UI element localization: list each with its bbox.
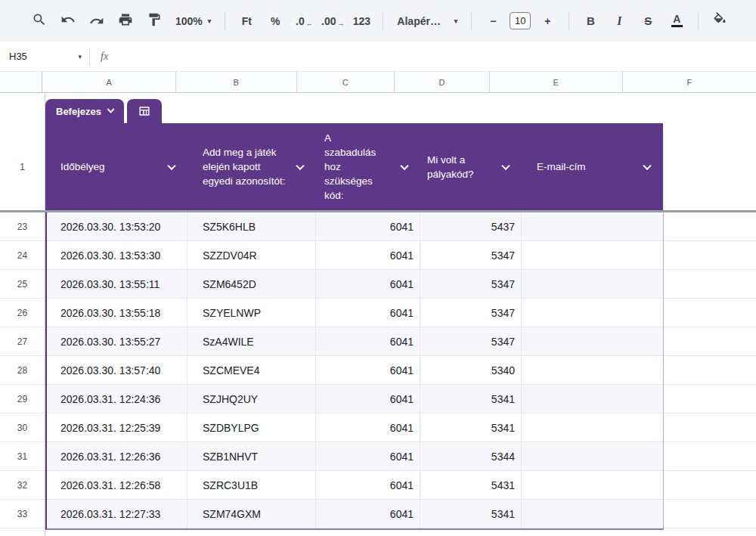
header-cell-timestamp[interactable]: Időbélyeg [45, 123, 187, 210]
row-number[interactable]: 32 [0, 471, 45, 500]
cell-email[interactable] [522, 327, 663, 355]
row-number[interactable]: 30 [0, 414, 45, 442]
cell-identifier[interactable]: SZDBYLPG [187, 414, 316, 442]
row-number[interactable]: 23 [0, 212, 45, 241]
row-number[interactable]: 25 [0, 270, 45, 299]
increase-font-size-button[interactable]: + [535, 11, 559, 32]
cell-escape-code[interactable]: 6041 [316, 270, 420, 298]
cell-identifier[interactable]: SZRC3U1B [187, 471, 316, 499]
text-color-button[interactable]: A [665, 11, 689, 32]
cell-email[interactable] [522, 414, 663, 442]
number-format-button[interactable]: 123 [349, 11, 373, 32]
row-number[interactable]: 27 [0, 327, 45, 356]
table-view-button[interactable] [127, 99, 162, 123]
cell-email[interactable] [522, 500, 663, 528]
bold-button[interactable]: B [578, 11, 603, 32]
percent-format-button[interactable]: % [263, 11, 287, 32]
chevron-down-icon[interactable] [296, 161, 304, 169]
fill-color-button[interactable] [708, 11, 732, 32]
cell-email[interactable] [522, 471, 663, 499]
cell-track-code[interactable]: 5341 [420, 500, 522, 528]
row-number[interactable]: 29 [0, 385, 45, 414]
strikethrough-button[interactable]: S [636, 11, 660, 32]
cell-track-code[interactable]: 5437 [420, 212, 522, 240]
cell-identifier[interactable]: SZJHQ2UY [187, 385, 316, 413]
cell-escape-code[interactable]: 6041 [316, 241, 420, 269]
search-button[interactable] [27, 11, 51, 32]
cell-timestamp[interactable]: 2026.03.30. 13:55:11 [45, 270, 187, 298]
undo-button[interactable] [56, 11, 80, 32]
cell-timestamp[interactable]: 2026.03.30. 13:53:20 [45, 212, 187, 240]
row-number[interactable]: 1 [0, 123, 45, 210]
cell-escape-code[interactable]: 6041 [316, 500, 420, 528]
cell-identifier[interactable]: SZCMEVE4 [187, 356, 316, 384]
cell-timestamp[interactable]: 2026.03.30. 13:55:27 [45, 327, 187, 355]
cell-track-code[interactable]: 5431 [420, 471, 522, 499]
cell-identifier[interactable]: SZB1NHVT [187, 442, 316, 470]
cell-escape-code[interactable]: 6041 [316, 414, 420, 442]
cell-track-code[interactable]: 5347 [420, 270, 522, 298]
cell-email[interactable] [522, 212, 663, 240]
cell-escape-code[interactable]: 6041 [316, 385, 420, 413]
cell-timestamp[interactable]: 2026.03.31. 12:24:36 [45, 385, 187, 413]
cell-identifier[interactable]: SzA4WILE [187, 327, 316, 355]
cell-escape-code[interactable]: 6041 [316, 471, 420, 499]
row-number[interactable]: 24 [0, 241, 45, 270]
font-size-input[interactable]: 10 [510, 12, 531, 29]
cell-track-code[interactable]: 5340 [420, 356, 522, 384]
table-name-tab[interactable]: Befejezes [45, 99, 124, 123]
cell-track-code[interactable]: 5341 [420, 385, 522, 413]
redo-button[interactable] [85, 11, 109, 32]
cell-email[interactable] [522, 270, 663, 298]
chevron-down-icon[interactable] [167, 161, 175, 169]
column-header-f[interactable]: F [623, 72, 756, 92]
cell-timestamp[interactable]: 2026.03.30. 13:53:30 [45, 241, 187, 269]
cell-email[interactable] [522, 442, 663, 470]
name-box[interactable]: H35 ▾ [0, 42, 89, 71]
header-cell-escape-code[interactable]: A szabadulás hoz szükséges kód: [316, 123, 420, 210]
formula-input[interactable] [108, 42, 756, 71]
chevron-down-icon[interactable] [400, 161, 408, 169]
cell-escape-code[interactable]: 6041 [316, 327, 420, 355]
row-number[interactable]: 31 [0, 442, 45, 471]
font-family-select[interactable]: Alapér… ▾ [392, 11, 462, 32]
column-header-c[interactable]: C [297, 72, 395, 92]
currency-format-button[interactable]: Ft [234, 11, 259, 32]
cell-identifier[interactable]: SZZDV04R [187, 241, 316, 269]
cell-track-code[interactable]: 5347 [420, 299, 522, 327]
cell-escape-code[interactable]: 6041 [316, 212, 420, 240]
column-header-a[interactable]: A [42, 72, 176, 92]
header-cell-email[interactable]: E-mail-cím [522, 123, 663, 210]
cell-track-code[interactable]: 5341 [420, 414, 522, 442]
cell-email[interactable] [522, 241, 663, 269]
row-number[interactable]: 33 [0, 500, 45, 528]
row-number[interactable]: 26 [0, 299, 45, 327]
cell-identifier[interactable]: SZM74GXM [187, 500, 316, 528]
column-header-e[interactable]: E [490, 72, 623, 92]
cell-escape-code[interactable]: 6041 [316, 299, 420, 327]
cell-identifier[interactable]: SZM6452D [187, 270, 316, 298]
cell-timestamp[interactable]: 2026.03.31. 12:27:33 [45, 500, 187, 528]
increase-decimal-button[interactable]: .00 → [321, 11, 345, 32]
cell-timestamp[interactable]: 2026.03.31. 12:25:39 [45, 414, 187, 442]
cell-identifier[interactable]: SZ5K6HLB [187, 212, 316, 240]
paint-format-button[interactable] [142, 11, 166, 32]
cell-timestamp[interactable]: 2026.03.31. 12:26:36 [45, 442, 187, 470]
cell-track-code[interactable]: 5347 [420, 327, 522, 355]
header-cell-track-code[interactable]: Mi volt a pályakód? [420, 123, 522, 210]
cell-escape-code[interactable]: 6041 [316, 442, 420, 470]
cell-timestamp[interactable]: 2026.03.30. 13:55:18 [45, 299, 187, 327]
cell-email[interactable] [522, 385, 663, 413]
zoom-select[interactable]: 100% ▾ [171, 11, 215, 32]
cell-email[interactable] [522, 299, 663, 327]
italic-button[interactable]: I [607, 11, 631, 32]
chevron-down-icon[interactable] [501, 161, 510, 169]
decrease-decimal-button[interactable]: .0 ← [292, 11, 316, 32]
column-header-b[interactable]: B [176, 72, 297, 92]
cell-track-code[interactable]: 5347 [420, 241, 522, 269]
cell-escape-code[interactable]: 6041 [316, 356, 420, 384]
cell-identifier[interactable]: SZYELNWP [187, 299, 316, 327]
row-number[interactable]: 28 [0, 356, 45, 385]
chevron-down-icon[interactable] [643, 161, 651, 169]
decrease-font-size-button[interactable]: − [481, 11, 505, 32]
